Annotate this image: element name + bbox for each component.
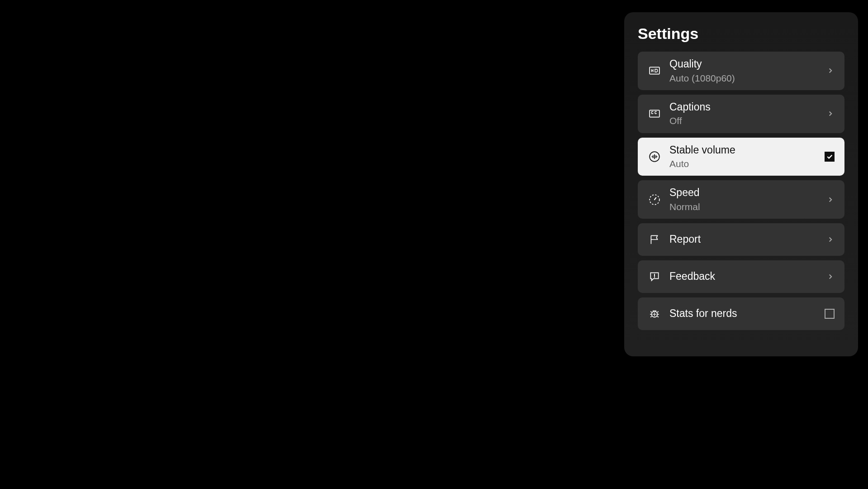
chevron-right-icon: [826, 273, 835, 281]
cc-icon: [648, 107, 661, 120]
checkbox-checked[interactable]: [825, 152, 835, 162]
setting-item-speed[interactable]: Speed Normal: [638, 180, 844, 219]
setting-text: Report: [669, 233, 826, 246]
setting-text: Captions Off: [669, 101, 826, 127]
setting-item-stable-volume[interactable]: Stable volume Auto: [638, 138, 844, 176]
setting-title: Report: [669, 233, 826, 246]
speed-icon: [648, 193, 661, 206]
setting-text: Quality Auto (1080p60): [669, 58, 826, 84]
setting-text: Speed Normal: [669, 187, 826, 212]
setting-title: Captions: [669, 101, 826, 114]
flag-icon: [648, 233, 661, 246]
setting-item-feedback[interactable]: Feedback: [638, 260, 844, 293]
bug-icon: [648, 307, 661, 321]
chevron-right-icon: [826, 196, 835, 204]
checkbox-unchecked[interactable]: [825, 309, 835, 319]
setting-title: Speed: [669, 187, 826, 199]
panel-title: Settings: [624, 25, 858, 52]
setting-text: Stats for nerds: [669, 307, 825, 320]
setting-item-report[interactable]: Report: [638, 223, 844, 256]
settings-panel: Settings Quality Auto (1080p60): [624, 12, 858, 356]
setting-subtitle: Off: [669, 115, 826, 126]
setting-title: Stable volume: [669, 144, 825, 157]
chevron-right-icon: [826, 235, 835, 244]
setting-title: Quality: [669, 58, 826, 71]
setting-subtitle: Auto: [669, 158, 825, 169]
setting-item-captions[interactable]: Captions Off: [638, 95, 844, 133]
svg-rect-1: [650, 110, 659, 117]
settings-list: Quality Auto (1080p60) Captions Off: [624, 52, 858, 330]
hd-icon: [648, 64, 661, 77]
setting-subtitle: Normal: [669, 201, 826, 212]
setting-title: Stats for nerds: [669, 307, 825, 320]
setting-text: Stable volume Auto: [669, 144, 825, 170]
setting-item-stats[interactable]: Stats for nerds: [638, 297, 844, 330]
setting-subtitle: Auto (1080p60): [669, 72, 826, 84]
chevron-right-icon: [826, 67, 835, 75]
setting-text: Feedback: [669, 270, 826, 283]
feedback-icon: [648, 270, 661, 283]
setting-title: Feedback: [669, 270, 826, 283]
chevron-right-icon: [826, 110, 835, 118]
stable-volume-icon: [648, 150, 661, 163]
svg-rect-0: [650, 67, 659, 74]
setting-item-quality[interactable]: Quality Auto (1080p60): [638, 52, 844, 90]
